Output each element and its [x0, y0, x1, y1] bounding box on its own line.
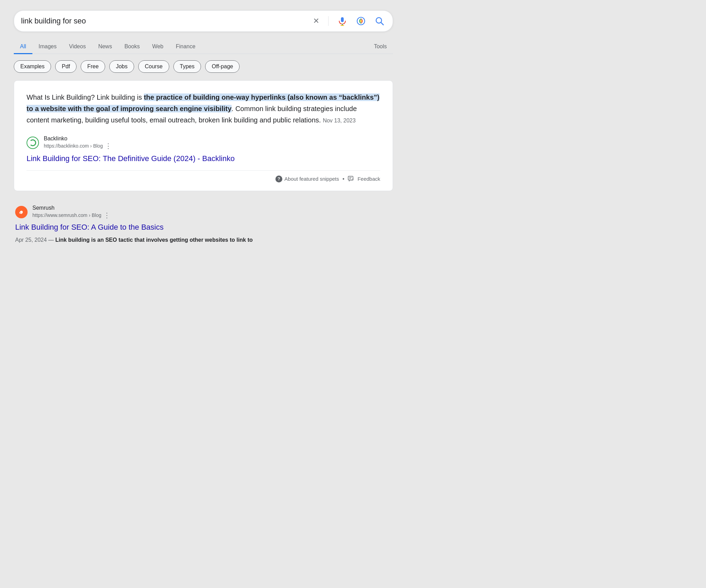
- chip-types[interactable]: Types: [173, 60, 201, 73]
- tab-finance[interactable]: Finance: [170, 40, 202, 54]
- lens-search-button[interactable]: [355, 15, 367, 27]
- tab-news[interactable]: News: [92, 40, 118, 54]
- chip-jobs[interactable]: Jobs: [109, 60, 134, 73]
- feedback-button[interactable]: Feedback: [348, 176, 380, 182]
- semrush-result: Semrush https://www.semrush.com › Blog ⋮…: [14, 199, 393, 250]
- result-link[interactable]: Link Building for SEO: A Guide to the Ba…: [15, 222, 392, 233]
- tab-images[interactable]: Images: [32, 40, 63, 54]
- divider: [328, 16, 329, 26]
- feedback-icon: [348, 176, 355, 182]
- featured-snippet: What Is Link Building? Link building is …: [14, 80, 393, 191]
- svg-line-6: [381, 23, 384, 25]
- chip-examples[interactable]: Examples: [14, 60, 51, 73]
- tab-videos[interactable]: Videos: [63, 40, 92, 54]
- svg-rect-0: [341, 17, 344, 22]
- result-source-url: https://www.semrush.com › Blog ⋮: [32, 211, 110, 219]
- source-meta: Backlinko https://backlinko.com › Blog ⋮: [44, 136, 112, 150]
- feedback-label: Feedback: [357, 176, 380, 182]
- backlinko-favicon-inner: [29, 139, 36, 146]
- search-input[interactable]: [21, 17, 312, 26]
- source-options-button[interactable]: ⋮: [105, 142, 112, 150]
- svg-point-4: [360, 20, 362, 22]
- snippet-text: What Is Link Building? Link building is …: [27, 92, 380, 126]
- search-button[interactable]: [373, 15, 386, 27]
- search-tabs: All Images Videos News Books Web Finance…: [14, 40, 393, 54]
- chip-pdf[interactable]: Pdf: [55, 60, 77, 73]
- about-snippets-button[interactable]: ? About featured snippets: [275, 176, 339, 182]
- tab-all[interactable]: All: [14, 40, 32, 54]
- semrush-favicon: [15, 206, 28, 218]
- result-options-button[interactable]: ⋮: [103, 211, 110, 219]
- result-source-meta: Semrush https://www.semrush.com › Blog ⋮: [32, 205, 110, 219]
- tab-web[interactable]: Web: [146, 40, 170, 54]
- backlinko-favicon: [27, 137, 39, 149]
- result-date: Apr 25, 2024: [15, 237, 47, 243]
- close-icon: ✕: [313, 17, 319, 26]
- voice-search-button[interactable]: [336, 15, 349, 27]
- snippet-result-link[interactable]: Link Building for SEO: The Definitive Gu…: [27, 153, 380, 164]
- tab-books[interactable]: Books: [118, 40, 146, 54]
- clear-button[interactable]: ✕: [312, 15, 321, 27]
- chip-course[interactable]: Course: [138, 60, 169, 73]
- microphone-icon: [337, 16, 347, 26]
- result-source: Semrush https://www.semrush.com › Blog ⋮: [15, 205, 392, 219]
- chip-off-page[interactable]: Off-page: [205, 60, 240, 73]
- svg-rect-7: [348, 176, 353, 180]
- svg-point-11: [21, 211, 22, 213]
- snippet-text-before: What Is Link Building? Link building is: [27, 93, 144, 101]
- source-name: Backlinko: [44, 136, 112, 142]
- about-snippets-label: About featured snippets: [284, 176, 339, 182]
- tab-tools[interactable]: Tools: [368, 40, 393, 54]
- result-source-name: Semrush: [32, 205, 110, 211]
- dot-separator: •: [343, 176, 345, 182]
- chip-free[interactable]: Free: [81, 60, 105, 73]
- snippet-timestamp: Nov 13, 2023: [323, 118, 355, 123]
- snippet-source: Backlinko https://backlinko.com › Blog ⋮: [27, 136, 380, 150]
- source-url: https://backlinko.com › Blog ⋮: [44, 142, 112, 150]
- question-icon: ?: [275, 176, 282, 182]
- search-bar: ✕: [14, 10, 393, 32]
- lens-icon: [356, 16, 366, 26]
- search-icon: [375, 16, 384, 26]
- result-snippet-bold: Link building is an SEO tactic that invo…: [56, 237, 253, 243]
- filter-chips: Examples Pdf Free Jobs Course Types Off-…: [14, 60, 393, 73]
- snippet-footer: ? About featured snippets • Feedback: [27, 170, 380, 182]
- semrush-logo-icon: [18, 208, 25, 216]
- result-snippet: Apr 25, 2024 — Link building is an SEO t…: [15, 236, 392, 244]
